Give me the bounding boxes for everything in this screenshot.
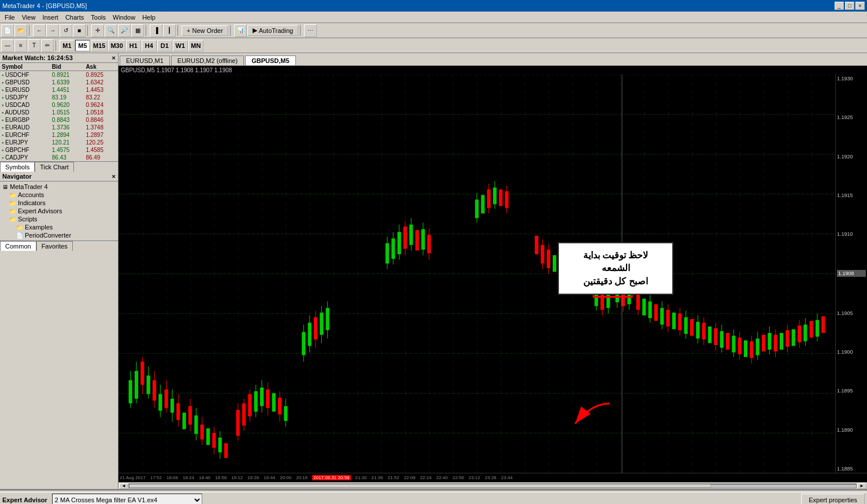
line-tool[interactable]: — (1, 39, 14, 52)
menu-window[interactable]: Window (109, 13, 139, 22)
text-tool[interactable]: T (28, 39, 40, 52)
nav-tree-item[interactable]: 📁 Expert Advisors (1, 207, 117, 215)
chart-tab-eurusd-m2[interactable]: EURUSD,M2 (offline) (171, 55, 244, 65)
scroll-track[interactable] (129, 484, 857, 488)
svg-rect-97 (499, 190, 502, 206)
new-order-button[interactable]: + New Order (181, 25, 228, 36)
period-m30[interactable]: M30 (108, 40, 125, 51)
market-watch-row[interactable]: ▪ GBPCHF 1.4575 1.4585 (0, 146, 118, 154)
ea-select[interactable]: 2 MA Crosses Mega filter EA V1.ex4 (52, 494, 202, 504)
nav-tree-item[interactable]: 📁 Scripts (1, 215, 117, 223)
market-watch-row[interactable]: ▪ AUDUSD 1.0515 1.0518 (0, 109, 118, 116)
svg-rect-185 (816, 320, 819, 337)
hline-tool[interactable]: ≡ (14, 39, 27, 52)
mw-tab-tickchart[interactable]: Tick Chart (35, 162, 74, 172)
menu-help[interactable]: Help (139, 13, 159, 22)
svg-rect-153 (720, 331, 724, 348)
svg-rect-103 (541, 245, 544, 264)
crosshair-btn[interactable]: ✛ (91, 24, 104, 37)
menu-file[interactable]: File (1, 13, 18, 22)
chart-canvas[interactable]: لاحظ توقيت بداية الشمعه اصبح كل دقيقتين (118, 75, 835, 473)
draw-btn[interactable]: ✏ (41, 39, 54, 52)
market-watch-row[interactable]: ▪ EURJPY 120.21 120.25 (0, 139, 118, 146)
ea-dropdown[interactable]: 2 MA Crosses Mega filter EA V1.ex4 (52, 494, 202, 504)
svg-rect-19 (153, 380, 156, 401)
menu-tools[interactable]: Tools (87, 13, 109, 22)
nav-tree-item[interactable]: 📄 PeriodConverter (1, 231, 117, 239)
autotrading-button[interactable]: ▶ AutoTrading (247, 25, 299, 36)
ask-cell: 1.4585 (84, 146, 118, 154)
price-level-5: 1.1910 (837, 231, 866, 237)
nav-tree-item[interactable]: 📁 Examples (1, 223, 117, 231)
minimize-btn[interactable]: _ (835, 2, 844, 10)
expert-properties-btn[interactable]: Expert properties (801, 494, 865, 504)
fwd-btn[interactable]: → (46, 24, 59, 37)
scroll-thumb[interactable] (129, 484, 711, 488)
scroll-right-btn[interactable]: ► (857, 483, 866, 489)
svg-rect-155 (726, 333, 729, 350)
period-w1[interactable]: W1 (173, 40, 188, 51)
market-watch-row[interactable]: ▪ EURAUD 1.3736 1.3748 (0, 124, 118, 131)
svg-rect-127 (642, 299, 646, 316)
bid-cell: 1.4451 (50, 86, 84, 94)
menu-view[interactable]: View (18, 13, 39, 22)
zoom-in-btn[interactable]: 🔍 (105, 24, 117, 37)
stop-btn[interactable]: ■ (73, 24, 86, 37)
left-panel: Market Watch: 16:24:53 × Symbol Bid Ask … (0, 53, 118, 489)
market-watch-row[interactable]: ▪ GBPUSD 1.6339 1.6342 (0, 79, 118, 86)
tester-title: Expert Advisor (2, 496, 47, 503)
new-btn[interactable]: 📄 (1, 24, 14, 37)
period-h4[interactable]: H4 (142, 40, 157, 51)
time-axis: 21 Aug 2017 17:52 18:08 18:24 18:40 18:5… (118, 473, 867, 482)
market-watch-row[interactable]: ▪ EURGBP 0.8843 0.8846 (0, 116, 118, 124)
market-watch-row[interactable]: ▪ USDCAD 0.9620 0.9624 (0, 101, 118, 109)
period-m1[interactable]: M1 (60, 40, 75, 51)
chart-wizard-btn[interactable]: 📊 (234, 24, 247, 37)
maximize-btn[interactable]: □ (845, 2, 854, 10)
nav-tree-item[interactable]: 🖥 MetaTrader 4 (1, 183, 117, 191)
svg-rect-181 (803, 325, 807, 342)
menu-insert[interactable]: Insert (39, 13, 62, 22)
scroll-left-btn[interactable]: ◄ (119, 483, 128, 489)
svg-rect-17 (147, 376, 150, 394)
period-h1[interactable]: H1 (126, 40, 141, 51)
chart-candle-btn[interactable]: ┃ (163, 24, 176, 37)
svg-rect-129 (649, 302, 652, 318)
chart-scrollbar[interactable]: ◄ ► (118, 482, 867, 489)
nav-tab-common[interactable]: Common (0, 241, 36, 251)
period-m15[interactable]: M15 (91, 40, 108, 51)
period-m5[interactable]: M5 (75, 40, 90, 51)
symbol-cell: ▪ GBPUSD (0, 79, 50, 86)
menu-charts[interactable]: Charts (62, 13, 87, 22)
market-watch-row[interactable]: ▪ EURCHF 1.2894 1.2897 (0, 131, 118, 139)
market-watch-row[interactable]: ▪ USDCHF 0.8921 0.8925 (0, 71, 118, 79)
nav-item-icon: 📁 (9, 192, 16, 198)
nav-close-btn[interactable]: × (112, 173, 116, 180)
open-btn[interactable]: 📂 (14, 24, 27, 37)
nav-tree-item[interactable]: 📁 Accounts (1, 191, 117, 199)
svg-rect-53 (260, 388, 264, 406)
back-btn[interactable]: ← (33, 24, 46, 37)
zoom-out-btn[interactable]: 🔎 (118, 24, 131, 37)
svg-rect-101 (535, 236, 538, 254)
market-watch-row[interactable]: ▪ USDJPY 83.19 83.22 (0, 94, 118, 101)
bottom-panel: Expert Advisor 2 MA Crosses Mega filter … (0, 489, 867, 504)
period-mn[interactable]: MN (188, 40, 203, 51)
chart-bar-btn[interactable]: ▐ (150, 24, 162, 37)
reload-btn[interactable]: ↺ (60, 24, 72, 37)
more-btn[interactable]: ⋯ (304, 24, 317, 37)
svg-rect-55 (266, 390, 269, 408)
chart-tab-gbpusd-m5[interactable]: GBPUSD,M5 (245, 55, 295, 65)
nav-tab-favorites[interactable]: Favorites (36, 241, 73, 251)
nav-tree-item[interactable]: 📁 Indicators (1, 199, 117, 207)
grid-btn[interactable]: ▦ (131, 24, 144, 37)
svg-rect-59 (278, 398, 281, 414)
col-ask: Ask (84, 63, 118, 71)
market-watch-row[interactable]: ▪ EURUSD 1.4451 1.4453 (0, 86, 118, 94)
market-watch-row[interactable]: ▪ CADJPY 86.43 86.49 (0, 154, 118, 161)
chart-tab-eurusd-m1[interactable]: EURUSD,M1 (120, 55, 170, 65)
mw-close-btn[interactable]: × (112, 54, 116, 61)
mw-tab-symbols[interactable]: Symbols (0, 162, 35, 172)
period-d1[interactable]: D1 (157, 40, 172, 51)
close-btn[interactable]: × (855, 2, 865, 10)
